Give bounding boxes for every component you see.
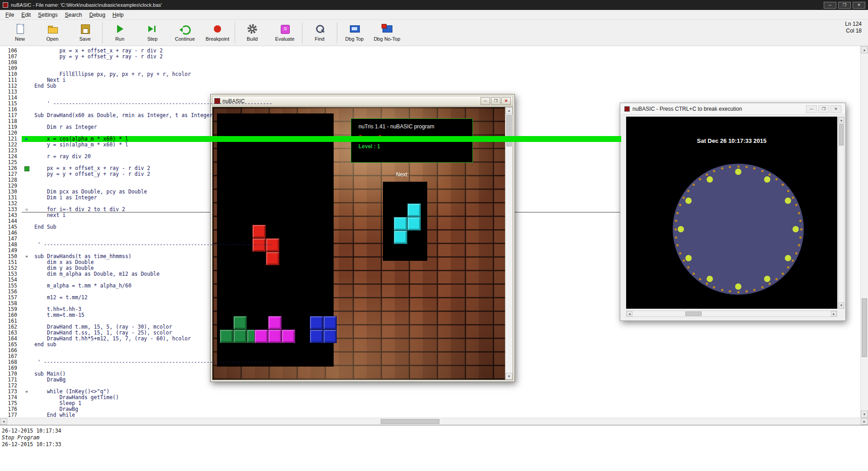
- nutris-close-button[interactable]: ✕: [501, 97, 511, 105]
- gutter-marker[interactable]: ◇: [21, 207, 33, 212]
- code-text: Sub DrawHand(x60 as Double, rmin as Inte…: [33, 112, 213, 118]
- scroll-down-button[interactable]: ▼: [505, 373, 513, 380]
- code-text: DrawHands getTime(): [33, 394, 119, 400]
- open-button[interactable]: Open: [36, 22, 69, 42]
- editor-line[interactable]: 110 FillEllipse px, py, px + r, py + r, …: [0, 71, 860, 77]
- editor-line[interactable]: 176 DrawBg: [0, 406, 860, 412]
- tetris-block-green: [233, 316, 247, 330]
- scroll-down-button[interactable]: ▼: [861, 410, 868, 418]
- nutris-maximize-button[interactable]: ❐: [491, 97, 500, 105]
- code-text: [33, 277, 34, 283]
- horizontal-scrollbar-thumb[interactable]: [381, 419, 439, 424]
- code-text: [33, 65, 34, 71]
- step-arrow-icon: [146, 23, 158, 35]
- build-button[interactable]: Build: [236, 22, 269, 42]
- tetris-block-blue: [310, 316, 323, 330]
- code-text: [33, 382, 34, 389]
- scroll-up-button[interactable]: ▲: [839, 117, 844, 123]
- evaluate-button[interactable]: Evaluate: [269, 22, 301, 42]
- tetris-block-magenta: [268, 316, 282, 330]
- step-button[interactable]: Step: [136, 22, 169, 42]
- code-text: DrawHand t.hh*5+m12, 15, 7, (ray - 60), …: [33, 335, 191, 342]
- nutris-minimize-button[interactable]: ─: [481, 97, 490, 105]
- code-text: Dim i as Integer: [33, 194, 97, 201]
- menu-item-debug[interactable]: Debug: [85, 11, 108, 19]
- clock-close-button[interactable]: ✕: [830, 105, 841, 113]
- dbg-top-button[interactable]: Dbg Top: [338, 22, 371, 42]
- code-text: [33, 59, 34, 66]
- code-text: [33, 106, 34, 113]
- editor-line[interactable]: 107 py = y + offset_y + ray - r div 2: [0, 54, 860, 60]
- editor-line[interactable]: 174 DrawHands getTime(): [0, 395, 860, 400]
- dbg-no-top-label: Dbg No-Top: [374, 36, 401, 42]
- editor-line[interactable]: 108: [0, 60, 860, 66]
- code-text: next i: [33, 212, 66, 218]
- scroll-left-button[interactable]: ◄: [627, 311, 632, 316]
- menu-item-edit[interactable]: Edit: [18, 11, 34, 19]
- editor-line[interactable]: 111 Next i: [0, 77, 860, 83]
- code-text: [33, 147, 34, 154]
- clock-minimize-button[interactable]: ─: [806, 105, 817, 113]
- editor-line[interactable]: 175 Sleep 1: [0, 400, 860, 406]
- scroll-left-button[interactable]: ◄: [0, 418, 7, 425]
- find-button[interactable]: Find: [303, 22, 336, 42]
- clock-ring-dot: [787, 266, 789, 268]
- tetris-level: Level : 1: [359, 143, 472, 150]
- gutter-marker[interactable]: =: [21, 389, 33, 395]
- toolbar-separator: [302, 23, 302, 43]
- code-text: [33, 118, 34, 124]
- breakpoint-button[interactable]: Breakpoint: [201, 22, 234, 42]
- nutris-vertical-scrollbar[interactable]: ▲ ▼: [505, 107, 513, 380]
- evaluate-icon: [279, 23, 291, 35]
- menu-item-file[interactable]: File: [2, 11, 18, 19]
- gutter-marker[interactable]: =: [21, 254, 33, 259]
- vertical-scrollbar-thumb[interactable]: [839, 124, 844, 146]
- editor-line[interactable]: 112End Sub: [0, 83, 860, 89]
- code-text: DrawHand t.ss, 15, 1, (ray - 25), scolor: [33, 330, 172, 336]
- continue-button[interactable]: Continue: [169, 22, 201, 42]
- menu-item-settings[interactable]: Settings: [34, 11, 61, 19]
- clock-window: nuBASIC - Press CTRL+C to break executio…: [620, 103, 846, 321]
- breakpoint-red-dot-icon: [212, 23, 223, 35]
- horizontal-scrollbar-thumb[interactable]: [685, 311, 702, 316]
- minimize-button[interactable]: ─: [824, 2, 836, 9]
- clock-ring-dot: [769, 283, 771, 285]
- maximize-button[interactable]: ❐: [838, 2, 851, 9]
- gutter-marker[interactable]: ▶: [21, 136, 33, 142]
- scroll-right-button[interactable]: ►: [831, 311, 837, 316]
- save-button[interactable]: Save: [69, 22, 101, 42]
- scroll-down-button[interactable]: ▼: [839, 302, 844, 308]
- menu-item-help[interactable]: Help: [109, 11, 127, 19]
- code-text: r = ray div 20: [33, 153, 91, 160]
- clock-ring-dot: [693, 273, 695, 275]
- code-text: [33, 365, 34, 371]
- tetris-next-label: Next:: [396, 171, 409, 178]
- code-text: sub DrawHands(t as time_hhmmss): [33, 253, 132, 259]
- run-button[interactable]: Run: [104, 22, 136, 42]
- clock-ring-dot: [745, 290, 748, 292]
- scroll-up-button[interactable]: ▲: [861, 46, 868, 53]
- scroll-right-button[interactable]: ►: [861, 418, 868, 425]
- editor-line[interactable]: 177 End while: [0, 412, 860, 418]
- clock-ring-dot: [679, 252, 681, 254]
- new-button[interactable]: New: [4, 22, 36, 42]
- menu-item-search[interactable]: Search: [61, 11, 85, 19]
- clock-maximize-button[interactable]: ❐: [818, 105, 829, 113]
- scroll-up-button[interactable]: ▲: [505, 107, 513, 114]
- editor-line[interactable]: 173= while (InKey()<>"q"): [0, 389, 860, 395]
- clock-titlebar[interactable]: nuBASIC - Press CTRL+C to break executio…: [621, 104, 845, 115]
- vertical-scrollbar-thumb[interactable]: [862, 298, 867, 357]
- editor-horizontal-scrollbar[interactable]: ◄ ►: [0, 418, 868, 425]
- clock-vertical-scrollbar[interactable]: ▲ ▼: [838, 117, 844, 309]
- dbg-no-top-button[interactable]: Dbg No-Top: [371, 22, 403, 42]
- output-panel[interactable]: 26-12-2015 10:17:34Stop Program26-12-201…: [0, 425, 868, 471]
- main-titlebar[interactable]: nuBASIC - File name: 'C:\Work\nubasic\nu…: [0, 0, 868, 10]
- code-text: [33, 288, 34, 295]
- editor-vertical-scrollbar[interactable]: ▲ ▼: [860, 46, 868, 418]
- close-button[interactable]: ✕: [853, 2, 865, 9]
- editor-line[interactable]: 172: [0, 383, 860, 389]
- code-text: [33, 300, 34, 306]
- gutter-marker[interactable]: [21, 165, 33, 173]
- clock-horizontal-scrollbar[interactable]: ◄ ►: [626, 311, 837, 317]
- clock-ring-dot: [795, 252, 797, 254]
